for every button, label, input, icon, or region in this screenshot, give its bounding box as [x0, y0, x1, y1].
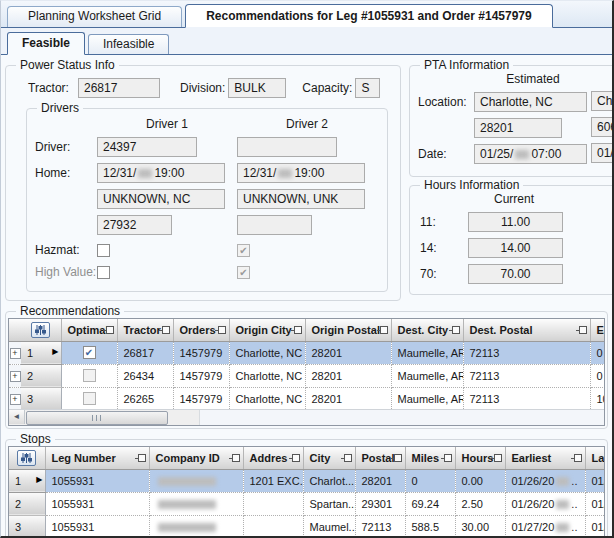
latest-cell[interactable]: 01/2	[585, 469, 605, 492]
pin-icon[interactable]	[576, 326, 587, 334]
dest-postal-cell[interactable]: 72113	[463, 364, 590, 387]
pta-location-field[interactable]: Charlotte, NC	[474, 92, 587, 112]
row-header[interactable]: 2▶	[21, 364, 61, 387]
scroll-left-icon[interactable]: ◄	[9, 410, 25, 424]
origin-postal-cell[interactable]: 28201	[305, 341, 391, 364]
optimal-checkbox[interactable]: ✔	[83, 392, 96, 405]
column-header-orders[interactable]: Orders	[173, 319, 229, 341]
column-header-city[interactable]: City	[303, 447, 355, 469]
earliest-cell[interactable]: 01/26/20..	[505, 469, 585, 492]
column-header-optimal[interactable]: Optimal	[61, 319, 117, 341]
row-header[interactable]: 1▶	[21, 341, 61, 364]
tractor-field[interactable]: 26817	[78, 78, 160, 98]
dest-postal-cell[interactable]: 72113	[463, 387, 590, 410]
tab-planning-worksheet-grid[interactable]: Planning Worksheet Grid	[7, 6, 182, 27]
horizontal-scrollbar[interactable]: ◄	[9, 410, 200, 425]
pta-date2-field[interactable]: 01/24	[591, 143, 612, 163]
optimal-cell[interactable]: ✔	[61, 364, 117, 387]
orders-cell[interactable]: 1457979	[173, 341, 229, 364]
driver1-home-postal-field[interactable]: 27932	[97, 215, 172, 235]
leg-number-cell[interactable]: 1055931	[45, 469, 149, 492]
column-header-leg-number[interactable]: Leg Number	[45, 447, 149, 469]
column-header-tractor[interactable]: Tractor	[117, 319, 173, 341]
row-header[interactable]: 3▶	[9, 515, 45, 538]
optimal-checkbox[interactable]: ✔	[83, 346, 96, 359]
driver2-id-field[interactable]	[237, 137, 337, 157]
driver2-home-city-field[interactable]: UNKNOWN, UNK	[237, 189, 365, 209]
pin-icon[interactable]	[377, 326, 388, 334]
column-header-cutoff[interactable]: En	[590, 319, 605, 341]
column-header-dest-city[interactable]: Dest. City	[391, 319, 463, 341]
column-header-origin-city[interactable]: Origin City	[229, 319, 305, 341]
column-header-earliest[interactable]: Earliest	[505, 447, 585, 469]
pin-icon[interactable]	[291, 326, 302, 334]
pin-icon[interactable]	[229, 454, 240, 462]
postal-cell[interactable]: 72113	[355, 515, 405, 538]
company-id-cell[interactable]	[149, 515, 243, 538]
driver1-id-field[interactable]: 24397	[97, 137, 197, 157]
miles-cell[interactable]: 0	[405, 469, 455, 492]
origin-city-cell[interactable]: Charlotte, NC	[229, 364, 305, 387]
tractor-cell[interactable]: 26817	[117, 341, 173, 364]
hours-cell[interactable]: 0.00	[455, 469, 505, 492]
latest-cell[interactable]: 01/2	[585, 515, 605, 538]
latest-cell[interactable]: 01/2	[585, 492, 605, 515]
pta-location2-field[interactable]: Chica	[591, 91, 612, 111]
pin-icon[interactable]	[159, 326, 170, 334]
field-chooser-icon[interactable]	[17, 450, 36, 466]
hazmat-driver1-checkbox[interactable]: ✔	[97, 244, 110, 257]
column-header-postal[interactable]: Postal	[355, 447, 405, 469]
postal-cell[interactable]: 29301	[355, 492, 405, 515]
hours-cell[interactable]: 30.00	[455, 515, 505, 538]
dest-city-cell[interactable]: Maumelle, AR	[391, 341, 463, 364]
dest-postal-cell[interactable]: 72113	[463, 341, 590, 364]
row-header[interactable]: 1▶	[9, 469, 45, 492]
row-header[interactable]: 3▶	[21, 387, 61, 410]
column-header-dest-postal[interactable]: Dest. Postal	[463, 319, 590, 341]
hours-cell[interactable]: 2.50	[455, 492, 505, 515]
leg-number-cell[interactable]: 1055931	[45, 492, 149, 515]
driver1-home-city-field[interactable]: UNKNOWN, NC	[97, 189, 225, 209]
expand-row-icon[interactable]: +	[10, 394, 21, 405]
hours-11-field[interactable]: 11.00	[468, 212, 563, 232]
cutoff-cell[interactable]: 0	[590, 364, 605, 387]
scrollbar-thumb[interactable]	[26, 411, 168, 425]
orders-cell[interactable]: 1457979	[173, 387, 229, 410]
driver2-home-date-field[interactable]: 12/31/19:00	[237, 163, 365, 183]
city-cell[interactable]: Maumel...	[303, 515, 355, 538]
hours-14-field[interactable]: 14.00	[468, 238, 563, 258]
column-header-latest[interactable]: Late	[585, 447, 605, 469]
tractor-cell[interactable]: 26434	[117, 364, 173, 387]
address-cell[interactable]: 1201 EXC...	[243, 469, 303, 492]
row-header[interactable]: 2▶	[9, 492, 45, 515]
postal-cell[interactable]: 28201	[355, 469, 405, 492]
high-value-driver1-checkbox[interactable]: ✔	[97, 266, 110, 279]
optimal-checkbox[interactable]: ✔	[83, 369, 96, 382]
pin-icon[interactable]	[449, 326, 460, 334]
dest-city-cell[interactable]: Maumelle, AR	[391, 387, 463, 410]
address-cell[interactable]	[243, 492, 303, 515]
hours-70-field[interactable]: 70.00	[468, 264, 563, 284]
tab-recommendations[interactable]: Recommendations for Leg #1055931 and Ord…	[185, 4, 552, 28]
city-cell[interactable]: Charlot...	[303, 469, 355, 492]
miles-cell[interactable]: 588.5	[405, 515, 455, 538]
expand-row-icon[interactable]: +	[10, 371, 21, 382]
optimal-cell[interactable]: ✔	[61, 341, 117, 364]
leg-number-cell[interactable]: 1055931	[45, 515, 149, 538]
column-header-hours[interactable]: Hours	[455, 447, 505, 469]
division-field[interactable]: BULK	[228, 78, 286, 98]
pin-icon[interactable]	[441, 454, 452, 462]
column-header-address[interactable]: Addres	[243, 447, 303, 469]
city-cell[interactable]: Spartan...	[303, 492, 355, 515]
origin-postal-cell[interactable]: 28201	[305, 387, 391, 410]
origin-city-cell[interactable]: Charlotte, NC	[229, 387, 305, 410]
dest-city-cell[interactable]: Maumelle, AR	[391, 364, 463, 387]
address-cell[interactable]	[243, 515, 303, 538]
column-header-miles[interactable]: Miles	[405, 447, 455, 469]
pin-icon[interactable]	[341, 454, 352, 462]
driver2-home-postal-field[interactable]	[237, 215, 312, 235]
earliest-cell[interactable]: 01/26/20..	[505, 492, 585, 515]
driver1-home-date-field[interactable]: 12/31/19:00	[97, 163, 225, 183]
column-header-company-id[interactable]: Company ID	[149, 447, 243, 469]
cutoff-cell[interactable]: 10	[590, 387, 605, 410]
